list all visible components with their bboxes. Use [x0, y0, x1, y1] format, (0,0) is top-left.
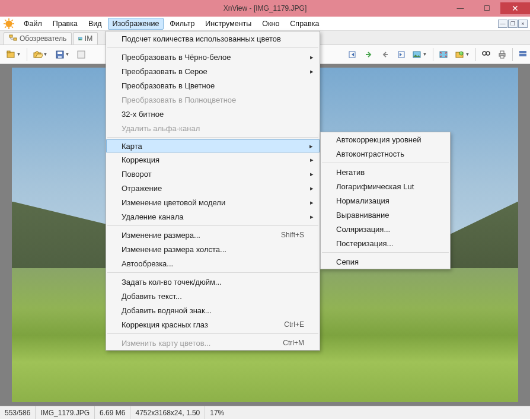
- tree-icon: [9, 34, 17, 43]
- smi-sepia[interactable]: Сепия: [321, 254, 450, 269]
- mi-color-model[interactable]: Изменение цветовой модели: [106, 195, 320, 209]
- titlebar: XnView - [IMG_1179.JPG] — ☐ ✕: [0, 0, 530, 17]
- status-filesize: 6.69 M6: [95, 406, 130, 419]
- tool-save-button[interactable]: ▼: [52, 47, 72, 62]
- mi-rotate[interactable]: Поворот: [106, 167, 320, 181]
- app-logo-icon: [4, 18, 14, 29]
- svg-rect-32: [519, 51, 526, 53]
- menu-separator: [107, 225, 318, 226]
- svg-point-12: [79, 39, 80, 39]
- svg-rect-17: [58, 52, 62, 54]
- window-controls: — ☐ ✕: [447, 2, 530, 14]
- svg-rect-30: [500, 51, 504, 53]
- menubar: Файл Правка Вид Изображение Фильтр Инстр…: [0, 17, 530, 31]
- svg-line-7: [12, 20, 13, 21]
- tool-next-arrow-icon[interactable]: [362, 47, 376, 62]
- menu-filter[interactable]: Фильтр: [165, 18, 199, 30]
- submenu-map: Автокоррекция уровней Автоконтрастность …: [320, 132, 451, 269]
- close-button[interactable]: ✕: [500, 2, 530, 14]
- tool-browse-button[interactable]: ▼: [4, 47, 24, 62]
- mdi-controls: — ❐ ×: [498, 20, 530, 28]
- mi-autocrop[interactable]: Автообрезка...: [106, 256, 320, 271]
- tab-image[interactable]: IM: [73, 32, 98, 44]
- menu-separator: [107, 333, 318, 334]
- mi-resize[interactable]: Изменение размера...Shift+S: [106, 228, 320, 242]
- toolbar-separator: [433, 48, 433, 61]
- tab-browser[interactable]: Обозреватель: [4, 32, 72, 44]
- menu-file[interactable]: Файл: [19, 18, 47, 30]
- tool-prev-arrow-icon[interactable]: [378, 47, 392, 62]
- menu-tools[interactable]: Инструменты: [200, 18, 256, 30]
- statusbar: 553/586 IMG_1179.JPG 6.69 M6 4752x3168x2…: [0, 406, 530, 419]
- svg-rect-31: [500, 56, 504, 58]
- svg-line-6: [12, 26, 13, 27]
- tool-open-button[interactable]: ▼: [30, 47, 50, 62]
- mi-count-colors[interactable]: Подсчет количества использованных цветов: [106, 31, 320, 46]
- maximize-button[interactable]: ☐: [474, 2, 500, 14]
- svg-line-8: [5, 26, 6, 27]
- svg-line-5: [5, 20, 6, 21]
- smi-solarize[interactable]: Соляризация...: [321, 222, 450, 236]
- svg-rect-19: [78, 51, 85, 58]
- mdi-minimize-button[interactable]: —: [498, 20, 507, 28]
- menu-edit[interactable]: Правка: [48, 18, 82, 30]
- tool-zoom-dropdown[interactable]: ▼: [452, 47, 472, 62]
- mi-del-channel[interactable]: Удаление канала: [106, 209, 320, 224]
- status-filename: IMG_1179.JPG: [36, 406, 95, 419]
- mdi-close-button[interactable]: ×: [518, 20, 528, 28]
- svg-point-25: [459, 52, 463, 55]
- mi-addtext[interactable]: Добавить текст...: [106, 289, 320, 303]
- menu-separator: [322, 252, 449, 253]
- smi-normalize[interactable]: Нормализация: [321, 193, 450, 208]
- mi-watermark[interactable]: Добавить водяной знак...: [106, 303, 320, 317]
- smi-loglut[interactable]: Логарифмическая Lut: [321, 179, 450, 193]
- mi-map[interactable]: Карта: [106, 139, 320, 152]
- smi-autolevels[interactable]: Автокоррекция уровней: [321, 132, 450, 147]
- svg-rect-10: [14, 38, 17, 40]
- menu-help[interactable]: Справка: [285, 18, 324, 30]
- mdi-restore-button[interactable]: ❐: [508, 20, 518, 28]
- minimize-button[interactable]: —: [447, 2, 474, 14]
- mi-canvas[interactable]: Изменение размера холста...: [106, 242, 320, 256]
- smi-equalize[interactable]: Выравнивание: [321, 208, 450, 222]
- mi-dpi[interactable]: Задать кол-во точек/дюйм...: [106, 275, 320, 289]
- smi-posterize[interactable]: Постеризация...: [321, 236, 450, 250]
- tab-image-label: IM: [85, 34, 92, 43]
- toolbar-separator: [512, 48, 513, 61]
- menu-image[interactable]: Изображение: [108, 18, 164, 30]
- mi-mirror[interactable]: Отражение: [106, 181, 320, 195]
- menu-separator: [107, 272, 318, 273]
- mi-correction[interactable]: Коррекция: [106, 152, 320, 167]
- tool-options-icon[interactable]: [516, 47, 530, 62]
- tool-prev-file-icon[interactable]: [346, 47, 360, 62]
- mi-colormap: Изменить карту цветов...Ctrl+M: [106, 336, 320, 350]
- mi-32bit[interactable]: 32-х битное: [106, 107, 320, 121]
- menu-window[interactable]: Окно: [257, 18, 284, 30]
- menu-view[interactable]: Вид: [84, 18, 107, 30]
- tool-fit-icon[interactable]: [436, 47, 451, 62]
- picture-icon: [78, 34, 82, 43]
- tool-next-file-icon[interactable]: [394, 47, 408, 62]
- tool-edit-icon[interactable]: [74, 47, 88, 62]
- mi-to-color[interactable]: Преобразовать в Цветное: [106, 78, 320, 93]
- mi-to-gray[interactable]: Преобразовать в Серое: [106, 64, 320, 78]
- smi-autocontrast[interactable]: Автоконтрастность: [321, 147, 450, 161]
- status-zoom: 17%: [205, 406, 229, 419]
- menu-separator: [107, 137, 318, 138]
- window-title: XnView - [IMG_1179.JPG]: [224, 4, 307, 12]
- tool-print-icon[interactable]: [495, 47, 509, 62]
- toolbar-separator: [475, 48, 476, 61]
- smi-negative[interactable]: Негатив: [321, 165, 450, 179]
- tool-search-icon[interactable]: [479, 47, 493, 62]
- mi-redeye[interactable]: Коррекция красных глазCtrl+E: [106, 317, 320, 332]
- mi-del-alpha: Удалить альфа-канал: [106, 121, 320, 135]
- mi-to-bw[interactable]: Преобразовать в Чёрно-белое: [106, 50, 320, 64]
- mi-to-truecolor: Преобразовать в Полноцветное: [106, 93, 320, 107]
- tool-image-dropdown[interactable]: ▼: [410, 47, 430, 62]
- menu-separator: [107, 47, 318, 48]
- toolbar-separator: [27, 48, 27, 61]
- svg-point-0: [5, 20, 12, 27]
- menu-image-dropdown: Подсчет количества использованных цветов…: [106, 31, 320, 351]
- svg-rect-18: [58, 56, 62, 58]
- svg-point-26: [483, 52, 486, 55]
